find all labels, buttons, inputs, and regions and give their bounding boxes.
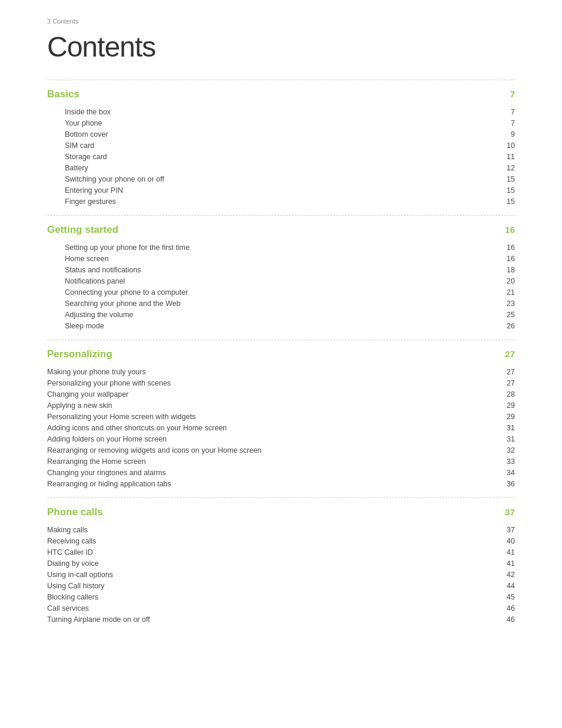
item-page: 23 [497, 299, 515, 308]
item-label: Searching your phone and the Web [65, 299, 180, 308]
item-label: Adding folders on your Home screen [47, 435, 167, 443]
item-page: 29 [497, 413, 515, 421]
list-item: Rearranging or hiding application tabs36 [47, 478, 515, 489]
section-basics: Basics7Inside the box7Your phone7Bottom … [47, 80, 515, 207]
item-label: Blocking callers [47, 593, 98, 601]
item-page: 21 [497, 288, 515, 297]
item-label: Notifications panel [65, 277, 125, 285]
item-label: Adding icons and other shortcuts on your… [47, 424, 227, 432]
list-item: Receiving calls40 [47, 535, 515, 546]
list-item: Bottom cover9 [47, 129, 515, 140]
item-label: Connecting your phone to a computer [65, 288, 188, 297]
item-page: 16 [497, 243, 515, 252]
item-page: 28 [497, 390, 515, 398]
list-item: Entering your PIN15 [47, 185, 515, 196]
list-item: Dialing by voice41 [47, 558, 515, 569]
list-item: Changing your ringtones and alarms34 [47, 467, 515, 478]
item-page: 42 [497, 571, 515, 579]
item-label: Personalizing your Home screen with widg… [47, 413, 196, 421]
section-title-personalizing: Personalizing [47, 348, 113, 360]
section-title-getting-started: Getting started [47, 224, 118, 236]
list-item: Blocking callers45 [47, 591, 515, 602]
list-item: Making calls37 [47, 524, 515, 535]
item-page: 36 [497, 480, 515, 488]
item-page: 40 [497, 537, 515, 545]
item-page: 46 [497, 604, 515, 612]
item-page: 27 [497, 379, 515, 387]
section-page-phone-calls: 37 [505, 507, 515, 517]
item-label: Inside the box [65, 108, 111, 116]
list-item: Sleep mode26 [47, 320, 515, 331]
page-title: Contents [47, 31, 515, 63]
list-item: Turning Airplane mode on or off46 [47, 614, 515, 625]
item-page: 11 [497, 153, 515, 161]
item-label: Applying a new skin [47, 401, 112, 410]
item-page: 32 [497, 446, 515, 454]
item-label: Rearranging the Home screen [47, 457, 146, 466]
list-item: Personalizing your phone with scenes27 [47, 377, 515, 388]
section-phone-calls: Phone calls37Making calls37Receiving cal… [47, 498, 515, 625]
item-page: 27 [497, 368, 515, 376]
list-item: Battery12 [47, 162, 515, 173]
list-item: Adding folders on your Home screen31 [47, 433, 515, 444]
item-label: Making calls [47, 526, 88, 534]
section-getting-started: Getting started16Setting up your phone f… [47, 215, 515, 331]
item-label: Sleep mode [65, 322, 104, 330]
item-label: Your phone [65, 119, 103, 127]
item-label: Bottom cover [65, 130, 108, 139]
item-label: Switching your phone on or off [65, 175, 164, 183]
item-label: Using Call history [47, 582, 104, 590]
list-item: Inside the box7 [47, 106, 515, 117]
item-label: Changing your wallpaper [47, 390, 128, 398]
list-item: SIM card10 [47, 140, 515, 151]
item-page: 15 [497, 197, 515, 206]
item-page: 15 [497, 175, 515, 183]
item-page: 41 [497, 559, 515, 568]
item-page: 46 [497, 615, 515, 624]
item-label: Receiving calls [47, 537, 96, 545]
item-label: SIM card [65, 141, 94, 150]
item-page: 7 [497, 108, 515, 116]
breadcrumb: 3 Contents [47, 18, 515, 25]
item-label: HTC Caller ID [47, 548, 93, 556]
section-title-phone-calls: Phone calls [47, 506, 103, 518]
list-item: Applying a new skin29 [47, 400, 515, 411]
list-item: Changing your wallpaper28 [47, 388, 515, 400]
item-label: Status and notifications [65, 266, 141, 274]
list-item: Setting up your phone for the first time… [47, 242, 515, 253]
item-page: 37 [497, 526, 515, 534]
item-page: 15 [497, 186, 515, 195]
list-item: Adjusting the volume25 [47, 309, 515, 320]
item-label: Entering your PIN [65, 186, 123, 195]
item-page: 20 [497, 277, 515, 285]
item-label: Setting up your phone for the first time [65, 243, 190, 252]
list-item: Call services46 [47, 602, 515, 614]
list-item: Home screen16 [47, 253, 515, 264]
list-item: Storage card11 [47, 151, 515, 162]
item-page: 33 [497, 457, 515, 466]
item-label: Dialing by voice [47, 559, 99, 568]
section-title-basics: Basics [47, 88, 80, 100]
section-page-getting-started: 16 [505, 225, 515, 235]
item-label: Home screen [65, 255, 108, 263]
item-page: 31 [497, 435, 515, 443]
item-page: 29 [497, 401, 515, 410]
list-item: Notifications panel20 [47, 275, 515, 286]
item-page: 25 [497, 311, 515, 319]
item-page: 41 [497, 548, 515, 556]
list-item: Using Call history44 [47, 580, 515, 591]
list-item: HTC Caller ID41 [47, 546, 515, 558]
item-label: Storage card [65, 153, 107, 161]
item-page: 34 [497, 469, 515, 477]
item-page: 12 [497, 164, 515, 172]
item-label: Changing your ringtones and alarms [47, 469, 166, 477]
list-item: Connecting your phone to a computer21 [47, 286, 515, 298]
item-page: 9 [497, 130, 515, 139]
item-page: 45 [497, 593, 515, 601]
list-item: Making your phone truly yours27 [47, 366, 515, 377]
section-personalizing: Personalizing27Making your phone truly y… [47, 340, 515, 489]
item-label: Rearranging or hiding application tabs [47, 480, 171, 488]
item-label: Call services [47, 604, 89, 612]
item-page: 31 [497, 424, 515, 432]
item-page: 26 [497, 322, 515, 330]
